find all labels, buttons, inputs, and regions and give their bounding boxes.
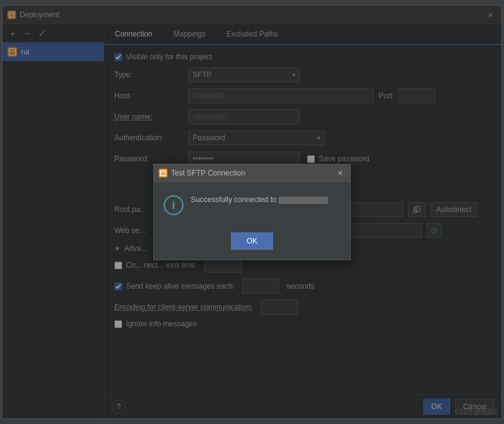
modal-close-button[interactable]: ×: [335, 167, 345, 179]
modal-hostname: hostname.: [279, 197, 328, 204]
deployment-window: Deployment × + − ✓ rui: [2, 5, 502, 419]
modal-footer: OK: [154, 227, 350, 260]
modal-message: Successfully connected to hostname.: [191, 194, 340, 205]
modal-overlay: Test SFTP Connection × i Successfully co…: [2, 6, 502, 418]
modal-title-bar: Test SFTP Connection ×: [154, 164, 350, 182]
modal-ok-button[interactable]: OK: [231, 232, 272, 250]
svg-rect-6: [161, 171, 166, 176]
modal-icon: [159, 169, 167, 177]
modal-title: Test SFTP Connection: [171, 169, 335, 177]
modal-body: i Successfully connected to hostname.: [154, 182, 350, 227]
test-connection-modal: Test SFTP Connection × i Successfully co…: [153, 164, 351, 260]
info-icon: i: [164, 195, 183, 215]
